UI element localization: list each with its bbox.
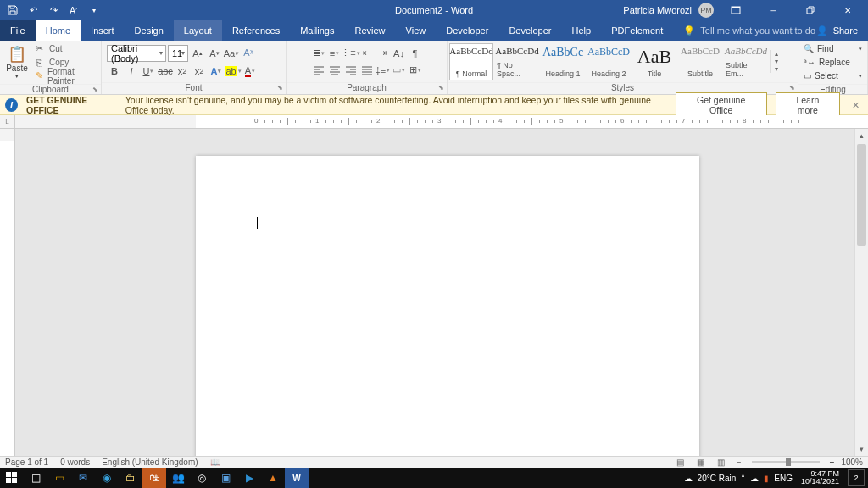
word-count[interactable]: 0 words bbox=[60, 458, 90, 467]
user-avatar[interactable]: PM bbox=[698, 3, 714, 18]
align-center-button[interactable] bbox=[327, 63, 342, 78]
tab-developer[interactable]: Developer bbox=[436, 20, 498, 41]
increase-indent-button[interactable]: ⇥ bbox=[376, 46, 391, 61]
share-button[interactable]: 👤 Share bbox=[816, 20, 868, 41]
bold-button[interactable]: B bbox=[107, 64, 122, 79]
tab-view[interactable]: View bbox=[396, 20, 437, 41]
scroll-down-button[interactable]: ▾ bbox=[855, 442, 868, 456]
tell-me-search[interactable]: 💡 Tell me what you want to do bbox=[683, 20, 815, 41]
replace-button[interactable]: ᵃ↔Replace bbox=[802, 56, 864, 69]
tab-help[interactable]: Help bbox=[562, 20, 602, 41]
decrease-indent-button[interactable]: ⇤ bbox=[359, 46, 375, 61]
undo-icon[interactable]: ↶ bbox=[25, 3, 41, 18]
format-painter-button[interactable]: ✎Format Painter bbox=[32, 69, 97, 82]
tray-chevron-icon[interactable]: ˄ bbox=[741, 474, 745, 483]
ribbon-display-icon[interactable] bbox=[721, 0, 751, 20]
taskbar-app-movies[interactable]: ▶ bbox=[237, 468, 261, 488]
grow-font-button[interactable]: A▴ bbox=[190, 46, 205, 61]
subscript-button[interactable]: x2 bbox=[175, 64, 190, 79]
taskbar-app-teams[interactable]: 👥 bbox=[166, 468, 190, 488]
weather-text[interactable]: 20°C Rain bbox=[698, 474, 737, 483]
document-area[interactable] bbox=[15, 129, 868, 456]
tab-file[interactable]: File bbox=[0, 20, 36, 41]
font-launcher[interactable]: ⬊ bbox=[275, 84, 285, 94]
style-item[interactable]: AaBbCcDd¶ No Spac... bbox=[495, 43, 539, 80]
print-layout-button[interactable]: ▦ bbox=[693, 457, 709, 469]
superscript-button[interactable]: x2 bbox=[192, 64, 207, 79]
read-mode-button[interactable]: ▤ bbox=[672, 457, 689, 469]
page[interactable] bbox=[196, 156, 699, 456]
style-item[interactable]: AaBTitle bbox=[632, 43, 676, 80]
select-button[interactable]: ▭Select▾ bbox=[802, 69, 864, 82]
taskbar-app-edge[interactable]: ◉ bbox=[95, 468, 119, 488]
redo-icon[interactable]: ↷ bbox=[46, 3, 61, 18]
find-button[interactable]: 🔍Find▾ bbox=[802, 42, 864, 55]
horizontal-ruler[interactable]: 012345678 bbox=[15, 115, 868, 129]
show-marks-button[interactable]: ¶ bbox=[408, 46, 423, 61]
style-item[interactable]: AaBbCcDHeading 2 bbox=[587, 43, 631, 80]
multilevel-list-button[interactable]: ⋮≡ bbox=[343, 46, 359, 61]
minimize-button[interactable]: ─ bbox=[758, 0, 788, 20]
strikethrough-button[interactable]: abc bbox=[158, 64, 173, 79]
tab-developer2[interactable]: Developer bbox=[498, 20, 561, 41]
tray-lang[interactable]: ENG bbox=[774, 474, 793, 483]
line-spacing-button[interactable]: ‡≡ bbox=[376, 63, 391, 78]
paragraph-launcher[interactable]: ⬊ bbox=[436, 84, 446, 94]
language-status[interactable]: English (United Kingdom) bbox=[102, 458, 198, 467]
zoom-slider[interactable] bbox=[752, 461, 820, 463]
start-button[interactable] bbox=[0, 468, 24, 488]
style-item[interactable]: AaBbCcDd¶ Normal bbox=[449, 43, 493, 80]
style-item[interactable]: AaBbCcHeading 1 bbox=[541, 43, 585, 80]
tray-clock[interactable]: 9:47 PM 10/14/2021 bbox=[798, 470, 843, 485]
spellcheck-icon[interactable]: 📖 bbox=[210, 458, 220, 467]
vertical-scrollbar[interactable]: ▴ ▾ bbox=[854, 129, 868, 456]
task-view-button[interactable]: ◫ bbox=[24, 468, 47, 488]
vertical-ruler[interactable] bbox=[0, 129, 15, 456]
highlight-button[interactable]: ab bbox=[225, 64, 241, 79]
font-size-select[interactable]: 11 bbox=[168, 45, 188, 62]
taskbar-app-vlc[interactable]: ▲ bbox=[261, 468, 285, 488]
clear-formatting-button[interactable]: Aᵡ bbox=[241, 46, 256, 61]
touch-mode-icon[interactable]: Aᐟ bbox=[66, 3, 81, 18]
user-name[interactable]: Patricia Mworozi bbox=[623, 5, 692, 15]
get-genuine-office-button[interactable]: Get genuine Office bbox=[676, 92, 767, 118]
font-name-select[interactable]: Calibri (Body) bbox=[107, 45, 166, 62]
styles-row-down[interactable]: ▾ bbox=[771, 58, 782, 65]
save-icon[interactable] bbox=[5, 3, 20, 18]
taskbar-app-photos[interactable]: ▣ bbox=[214, 468, 237, 488]
borders-button[interactable]: ⊞ bbox=[408, 63, 423, 78]
tab-mailings[interactable]: Mailings bbox=[290, 20, 344, 41]
styles-expand[interactable]: ▾ bbox=[771, 65, 782, 73]
justify-button[interactable] bbox=[359, 63, 375, 78]
learn-more-button[interactable]: Learn more bbox=[776, 92, 840, 118]
tray-cloud-icon[interactable]: ☁ bbox=[750, 474, 759, 483]
taskbar-app-1[interactable]: ▭ bbox=[47, 468, 71, 488]
page-status[interactable]: Page 1 of 1 bbox=[5, 458, 48, 467]
scroll-up-button[interactable]: ▴ bbox=[855, 129, 868, 142]
text-effects-button[interactable]: A bbox=[209, 64, 224, 79]
bullets-button[interactable]: ≣ bbox=[311, 46, 326, 61]
sort-button[interactable]: A↓ bbox=[392, 46, 407, 61]
font-color-button[interactable]: A bbox=[242, 64, 258, 79]
warning-close-button[interactable]: ✕ bbox=[849, 100, 863, 110]
taskbar-app-mail[interactable]: ✉ bbox=[71, 468, 95, 488]
style-item[interactable]: AaBbCcDSubtitle bbox=[678, 43, 722, 80]
underline-button[interactable]: U bbox=[141, 64, 156, 79]
taskbar-app-explorer[interactable]: 🗀 bbox=[119, 468, 142, 488]
close-button[interactable]: ✕ bbox=[832, 0, 863, 20]
taskbar-app-chrome[interactable]: ◎ bbox=[190, 468, 214, 488]
tab-design[interactable]: Design bbox=[125, 20, 174, 41]
zoom-in-button[interactable]: + bbox=[826, 458, 838, 467]
zoom-out-button[interactable]: − bbox=[733, 458, 745, 467]
tab-pdfelement[interactable]: PDFelement bbox=[601, 20, 673, 41]
align-right-button[interactable] bbox=[343, 63, 359, 78]
styles-launcher[interactable]: ⬊ bbox=[787, 84, 797, 94]
tab-insert[interactable]: Insert bbox=[81, 20, 125, 41]
styles-row-up[interactable]: ▴ bbox=[771, 50, 782, 58]
clipboard-launcher[interactable]: ⬊ bbox=[90, 86, 100, 96]
tray-battery-icon[interactable]: ▮ bbox=[764, 474, 769, 483]
zoom-level[interactable]: 100% bbox=[841, 458, 863, 467]
qat-customize-icon[interactable]: ▾ bbox=[86, 3, 102, 18]
taskbar-app-word[interactable]: W bbox=[285, 468, 309, 488]
maximize-button[interactable] bbox=[795, 0, 826, 20]
